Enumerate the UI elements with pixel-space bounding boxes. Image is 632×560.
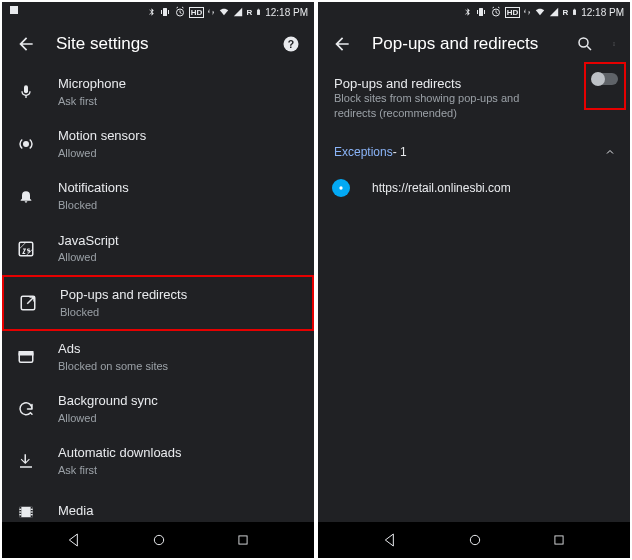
svg-rect-13 [19, 352, 33, 355]
page-title: Site settings [56, 34, 262, 54]
sync-icon [16, 399, 36, 419]
setting-row-bell[interactable]: NotificationsBlocked [2, 170, 314, 222]
status-bar: HD R 12:18 PM [318, 2, 630, 22]
toggle-row[interactable]: Pop-ups and redirects Block sites from s… [318, 66, 630, 131]
exceptions-label: Exceptions [334, 145, 393, 159]
phone-right: HD R 12:18 PM Pop-ups and redirects Pop-… [318, 2, 630, 558]
setting-label: Motion sensors [58, 128, 300, 145]
svg-point-36 [470, 535, 479, 544]
download-icon [16, 451, 36, 471]
nav-recent-icon[interactable] [236, 533, 250, 547]
nav-recent-icon[interactable] [552, 533, 566, 547]
setting-row-popup[interactable]: Pop-ups and redirectsBlocked [2, 275, 314, 331]
svg-rect-22 [31, 514, 33, 515]
signal-icon [233, 7, 243, 17]
svg-rect-26 [477, 10, 478, 14]
ads-icon [16, 347, 36, 367]
nav-back-icon[interactable] [382, 532, 398, 548]
svg-rect-21 [31, 511, 33, 512]
svg-text:?: ? [288, 38, 294, 50]
svg-point-34 [614, 45, 615, 46]
setting-row-media[interactable]: Media [2, 488, 314, 523]
r-icon: R [246, 8, 252, 17]
status-time: 12:18 PM [265, 7, 308, 18]
nav-bar [318, 522, 630, 558]
setting-status: Ask first [58, 463, 300, 477]
setting-label: Ads [58, 341, 300, 358]
nav-back-icon[interactable] [66, 532, 82, 548]
svg-rect-10 [19, 242, 33, 256]
svg-rect-20 [31, 508, 33, 509]
hd-icon: HD [505, 7, 521, 18]
nav-home-icon[interactable] [151, 532, 167, 548]
data-icon [207, 6, 215, 18]
svg-point-23 [154, 535, 163, 544]
svg-rect-5 [257, 10, 260, 15]
vibrate-icon [475, 6, 487, 18]
svg-point-35 [339, 186, 342, 189]
toggle-label: Pop-ups and redirects [334, 76, 564, 91]
svg-rect-6 [258, 9, 259, 10]
page-title: Pop-ups and redirects [372, 34, 556, 54]
setting-row-js[interactable]: JavaScriptAllowed [2, 223, 314, 275]
hd-icon: HD [189, 7, 205, 18]
back-icon[interactable] [332, 34, 352, 54]
svg-point-9 [24, 142, 29, 147]
svg-rect-1 [163, 8, 167, 16]
setting-status: Allowed [58, 250, 300, 264]
exceptions-count: 1 [400, 145, 407, 159]
battery-icon [571, 6, 578, 18]
setting-row-download[interactable]: Automatic downloadsAsk first [2, 435, 314, 487]
svg-rect-24 [239, 536, 247, 544]
wifi-icon [534, 7, 546, 17]
site-favicon-icon [332, 179, 350, 197]
exception-row[interactable]: https://retail.onlinesbi.com [318, 167, 630, 209]
setting-row-motion[interactable]: Motion sensorsAllowed [2, 118, 314, 170]
bluetooth-icon [463, 6, 472, 18]
wifi-icon [218, 7, 230, 17]
settings-list: MicrophoneAsk firstMotion sensorsAllowed… [2, 66, 314, 522]
exceptions-header[interactable]: Exceptions - 1 [318, 131, 630, 167]
status-bar: HD R 12:18 PM [2, 2, 314, 22]
popup-settings-content: Pop-ups and redirects Block sites from s… [318, 66, 630, 522]
svg-rect-27 [484, 10, 485, 14]
phone-left: HD R 12:18 PM Site settings ? Microphone… [2, 2, 314, 558]
bluetooth-icon [147, 6, 156, 18]
r-icon: R [562, 8, 568, 17]
setting-status: Blocked [60, 305, 298, 319]
setting-row-ads[interactable]: AdsBlocked on some sites [2, 331, 314, 383]
setting-status: Allowed [58, 146, 300, 160]
battery-icon [255, 6, 262, 18]
status-notification-icon [8, 4, 20, 16]
signal-icon [549, 7, 559, 17]
svg-rect-37 [555, 536, 563, 544]
setting-status: Allowed [58, 411, 300, 425]
setting-status: Ask first [58, 94, 300, 108]
svg-rect-18 [19, 511, 21, 512]
bell-icon [16, 186, 36, 206]
data-icon [523, 6, 531, 18]
nav-home-icon[interactable] [467, 532, 483, 548]
overflow-icon[interactable] [612, 36, 616, 52]
setting-label: JavaScript [58, 233, 300, 250]
chevron-up-icon [604, 146, 616, 158]
setting-label: Notifications [58, 180, 300, 197]
exception-url: https://retail.onlinesbi.com [372, 181, 511, 195]
setting-label: Background sync [58, 393, 300, 410]
svg-rect-2 [161, 10, 162, 14]
setting-status: Blocked on some sites [58, 359, 300, 373]
back-icon[interactable] [16, 34, 36, 54]
js-icon [16, 239, 36, 259]
svg-rect-25 [479, 8, 483, 16]
setting-label: Pop-ups and redirects [60, 287, 298, 304]
setting-row-mic[interactable]: MicrophoneAsk first [2, 66, 314, 118]
media-icon [16, 502, 36, 522]
popup-icon [18, 293, 38, 313]
search-icon[interactable] [576, 35, 594, 53]
svg-rect-30 [574, 9, 575, 10]
svg-rect-19 [19, 514, 21, 515]
toggle-desc: Block sites from showing pop-ups and red… [334, 91, 564, 121]
help-icon[interactable]: ? [282, 35, 300, 53]
status-time: 12:18 PM [581, 7, 624, 18]
setting-row-sync[interactable]: Background syncAllowed [2, 383, 314, 435]
